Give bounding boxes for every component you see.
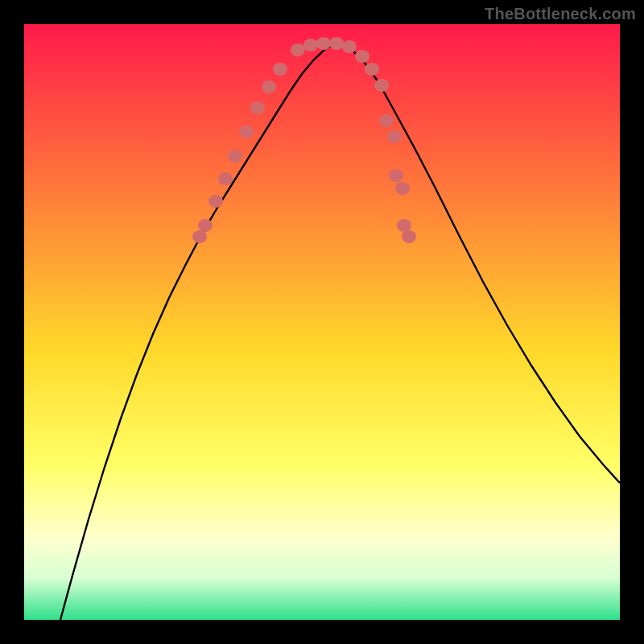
data-dot xyxy=(389,169,403,182)
chart-frame: TheBottleneck.com xyxy=(0,0,644,644)
data-dot xyxy=(208,195,223,208)
plot-area xyxy=(24,24,620,620)
data-dot xyxy=(397,219,411,232)
data-dot xyxy=(374,79,389,92)
data-dot xyxy=(198,219,213,232)
data-dot xyxy=(329,37,344,50)
data-dot xyxy=(228,150,242,163)
watermark-text: TheBottleneck.com xyxy=(485,5,636,23)
data-dot xyxy=(387,130,402,143)
data-dot xyxy=(192,230,207,243)
chart-svg xyxy=(24,24,620,620)
data-dot xyxy=(365,63,379,76)
data-dot xyxy=(273,63,287,76)
data-dot xyxy=(355,50,369,63)
data-dot xyxy=(379,114,394,127)
data-dot xyxy=(395,182,410,195)
data-dot xyxy=(239,126,254,138)
data-dot xyxy=(262,80,276,93)
data-dot xyxy=(291,43,305,56)
gradient-background xyxy=(24,24,620,620)
data-dot xyxy=(342,40,357,53)
data-dot xyxy=(402,230,416,243)
data-dot xyxy=(303,39,318,52)
data-dot xyxy=(218,172,233,185)
data-dot xyxy=(316,37,331,50)
data-dot xyxy=(250,101,265,114)
